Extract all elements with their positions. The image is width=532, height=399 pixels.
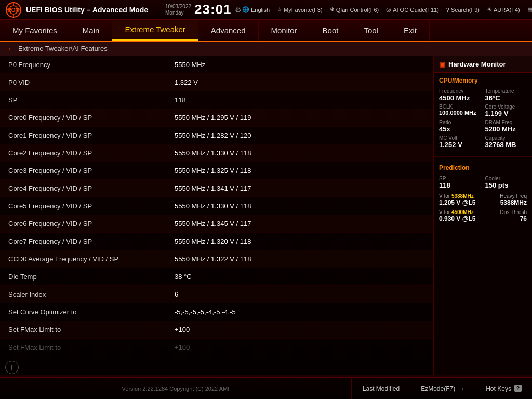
nav-tool[interactable]: Tool <box>351 20 391 41</box>
freq1-highlight: 5388MHz <box>451 193 474 199</box>
setting-value: 5550 MHz / 1.282 V / 120 <box>175 131 251 139</box>
table-row[interactable]: Set Curve Optimizer to -5,-5,-5,-5,-4,-5… <box>0 303 433 321</box>
settings-gear-icon[interactable]: ⚙ <box>235 6 242 14</box>
aura-icon: ☀ <box>487 6 492 13</box>
header-title: UEFI BIOS Utility – Advanced Mode <box>26 6 148 14</box>
hot-keys-icon: ? <box>514 385 522 392</box>
settings-panel: P0 Frequency 5550 MHz P0 VID 1.322 V SP … <box>0 56 433 375</box>
svg-text:ROG: ROG <box>8 7 20 13</box>
qfan-tool[interactable]: ❄ Qfan Control(F6) <box>330 6 379 13</box>
nav-main[interactable]: Main <box>70 20 113 41</box>
info-icon[interactable]: i <box>5 361 19 374</box>
freq2-dos-value: 76 <box>520 215 527 222</box>
language-label: English <box>251 7 270 13</box>
pred-sp-value: 118 <box>439 181 481 189</box>
frequency-label: Frequency <box>439 88 481 94</box>
setting-value: 5550 MHz / 1.341 V / 117 <box>175 184 251 192</box>
cpu-memory-section: CPU/Memory Frequency 4500 MHz Temperatur… <box>434 73 532 153</box>
table-row[interactable]: Scaler Index 6 <box>0 286 433 303</box>
breadcrumb-text: Extreme Tweaker\AI Features <box>18 45 108 52</box>
resize-bar-tool[interactable]: ▤ ReSize BAR <box>527 6 532 13</box>
table-row[interactable]: Core0 Frequency / VID / SP 5550 MHz / 1.… <box>0 109 433 127</box>
table-row[interactable]: Core7 Frequency / VID / SP 5550 MHz / 1.… <box>0 233 433 250</box>
nav-menu: My Favorites Main Extreme Tweaker Advanc… <box>0 20 532 42</box>
freq1-v-value: 1.205 V @L5 <box>439 199 475 206</box>
table-row[interactable]: Core5 Frequency / VID / SP 5550 MHz / 1.… <box>0 197 433 215</box>
table-row[interactable]: P0 VID 1.322 V <box>0 74 433 91</box>
capacity-value: 32768 MB <box>485 141 527 149</box>
ez-mode-button[interactable]: EzMode(F7) → <box>410 378 475 399</box>
star-icon: ☆ <box>277 6 282 13</box>
table-row[interactable]: Set FMax Limit to +100 <box>0 321 433 339</box>
setting-value: -5,-5,-5,-5,-4,-5,-4,-5 <box>175 308 236 316</box>
setting-label: Core5 Frequency / VID / SP <box>8 202 175 210</box>
setting-value: 5550 MHz <box>175 61 205 69</box>
setting-label: CCD0 Average Frequency / VID / SP <box>8 255 175 263</box>
table-row[interactable]: P0 Frequency 5550 MHz <box>0 56 433 74</box>
table-row[interactable]: Die Temp 38 °C <box>0 268 433 286</box>
table-row[interactable]: Core1 Frequency / VID / SP 5550 MHz / 1.… <box>0 127 433 144</box>
main-content: P0 Frequency 5550 MHz P0 VID 1.322 V SP … <box>0 56 532 375</box>
nav-boot[interactable]: Boot <box>310 20 352 41</box>
date-display: 10/03/2022 Monday <box>165 4 191 16</box>
freq2-row: V for 4500MHz Dos Thresh 0.930 V @L5 76 <box>439 209 527 222</box>
freq2-v-label: V for <box>439 209 450 215</box>
my-favorite-tool[interactable]: ☆ MyFavorite(F3) <box>277 6 323 13</box>
language-selector[interactable]: 🌐 English <box>242 6 270 13</box>
capacity-label: Capacity <box>485 135 527 141</box>
last-modified-button[interactable]: Last Modified <box>352 378 410 399</box>
prediction-sp-cooler-grid: SP 118 Cooler 150 pts <box>439 176 527 189</box>
table-row[interactable]: Core4 Frequency / VID / SP 5550 MHz / 1.… <box>0 180 433 197</box>
ez-mode-label: EzMode(F7) <box>421 385 455 392</box>
setting-value: 5550 MHz / 1.295 V / 119 <box>175 114 251 122</box>
table-row[interactable]: Core6 Frequency / VID / SP 5550 MHz / 1.… <box>0 215 433 233</box>
header-tools: 🌐 English ☆ MyFavorite(F3) ❄ Qfan Contro… <box>242 6 532 13</box>
bclk-value: 100.0000 MHz <box>439 110 481 116</box>
setting-value: +100 <box>175 326 190 334</box>
search-icon: ? <box>446 7 449 13</box>
table-row[interactable]: SP 118 <box>0 91 433 109</box>
nav-my-favorites[interactable]: My Favorites <box>0 20 70 41</box>
setting-label: P0 Frequency <box>8 61 175 69</box>
monitor-icon: ▣ <box>439 60 445 68</box>
prediction-section: Prediction SP 118 Cooler 150 pts V for 5… <box>434 160 532 230</box>
freq1-v-label: V for <box>439 193 450 199</box>
prediction-title: Prediction <box>439 164 527 171</box>
hot-keys-button[interactable]: Hot Keys ? <box>475 378 532 399</box>
pred-cooler-value: 150 pts <box>485 181 527 189</box>
aura-tool[interactable]: ☀ AURA(F4) <box>487 6 520 13</box>
nav-monitor[interactable]: Monitor <box>259 20 310 41</box>
table-row[interactable]: CCD0 Average Frequency / VID / SP 5550 M… <box>0 250 433 268</box>
header-bar: ROG UEFI BIOS Utility – Advanced Mode 10… <box>0 0 532 20</box>
setting-label: Core3 Frequency / VID / SP <box>8 167 175 175</box>
freq1-freq-value: 5388MHz <box>500 199 527 206</box>
table-row[interactable]: Core3 Frequency / VID / SP 5550 MHz / 1.… <box>0 162 433 180</box>
setting-label: Core4 Frequency / VID / SP <box>8 184 175 192</box>
nav-exit[interactable]: Exit <box>391 20 430 41</box>
freq2-dos-label: Dos Thresh <box>500 209 527 215</box>
freq1-heavy-label: Heavy Freq <box>500 193 527 199</box>
last-modified-label: Last Modified <box>363 385 400 392</box>
aura-label: AURA(F4) <box>494 7 520 13</box>
setting-label: Core1 Frequency / VID / SP <box>8 131 175 139</box>
setting-label: Set FMax Limit to <box>8 326 175 334</box>
ai-oc-tool[interactable]: ◎ AI OC Guide(F11) <box>386 6 439 13</box>
my-favorite-label: MyFavorite(F3) <box>284 7 323 13</box>
ez-mode-icon: → <box>458 385 464 392</box>
setting-value: 5550 MHz / 1.320 V / 118 <box>175 237 251 245</box>
table-row: Set FMax Limit to+100 <box>0 339 433 356</box>
dram-freq-value: 5200 MHz <box>485 125 527 133</box>
freq2-highlight: 4500MHz <box>451 209 474 215</box>
cpu-memory-title: CPU/Memory <box>439 77 527 84</box>
nav-advanced[interactable]: Advanced <box>198 20 259 41</box>
core-voltage-value: 1.199 V <box>485 110 527 117</box>
table-row[interactable]: Core2 Frequency / VID / SP 5550 MHz / 1.… <box>0 144 433 162</box>
setting-value: 5550 MHz / 1.330 V / 118 <box>175 202 251 210</box>
back-arrow-icon[interactable]: ← <box>7 45 14 52</box>
setting-value: 38 °C <box>175 273 192 281</box>
search-tool[interactable]: ? Search(F9) <box>446 7 480 13</box>
nav-extreme-tweaker[interactable]: Extreme Tweaker <box>112 20 198 41</box>
cpu-memory-grid: Frequency 4500 MHz Temperature 36°C BCLK… <box>439 88 527 149</box>
hot-keys-label: Hot Keys <box>486 385 511 392</box>
freq2-v-value: 0.930 V @L5 <box>439 215 475 222</box>
